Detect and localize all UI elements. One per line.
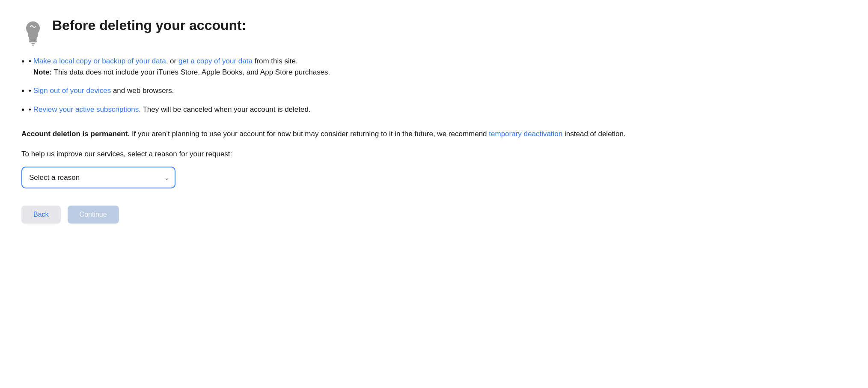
svg-rect-4 [32, 45, 34, 46]
bullet-marker-2: • [29, 85, 33, 96]
review-subscriptions-link[interactable]: Review your active subscriptions. [33, 105, 141, 113]
permanent-text2: instead of deletion. [565, 130, 626, 138]
page-title: Before deleting your account: [52, 17, 246, 33]
sign-out-link[interactable]: Sign out of your devices [33, 87, 111, 95]
list-item-2: • Sign out of your devices and web brows… [21, 85, 663, 96]
continue-button[interactable]: Continue [68, 206, 119, 224]
bullet-list: • Make a local copy or backup of your da… [21, 56, 663, 115]
get-copy-link[interactable]: get a copy of your data [178, 57, 253, 65]
list-item-3-content: Review your active subscriptions. They w… [33, 104, 311, 115]
list-item-2-content: Sign out of your devices and web browser… [33, 85, 174, 96]
buttons-section: Back Continue [21, 206, 663, 224]
header-section: Before deleting your account: [21, 17, 663, 44]
reason-select[interactable]: Select a reason I use this service too m… [21, 167, 175, 188]
list-item-1-suffix: from this site. [255, 57, 298, 65]
select-wrapper: Select a reason I use this service too m… [21, 167, 175, 188]
note-bold: Note: [33, 68, 52, 76]
bullet-marker-3: • [29, 104, 33, 115]
temporary-deactivation-link[interactable]: temporary deactivation [489, 130, 562, 138]
note-text: This data does not include your iTunes S… [54, 68, 330, 76]
page-container: Before deleting your account: • Make a l… [21, 17, 663, 224]
list-item-1: • Make a local copy or backup of your da… [21, 56, 663, 78]
list-item-2-suffix: and web browsers. [113, 87, 174, 95]
svg-rect-2 [29, 40, 37, 42]
svg-rect-3 [31, 43, 35, 44]
permanent-bold: Account deletion is permanent. [21, 130, 130, 138]
list-item-3: • Review your active subscriptions. They… [21, 104, 663, 115]
make-local-copy-link[interactable]: Make a local copy or backup of your data [33, 57, 166, 65]
list-item-3-suffix: They will be canceled when your account … [143, 105, 310, 113]
bullet-marker-1: • [29, 56, 33, 67]
lightbulb-icon [21, 18, 45, 44]
permanent-section: Account deletion is permanent. If you ar… [21, 128, 663, 140]
improve-section: To help us improve our services, select … [21, 148, 663, 160]
permanent-text1: If you aren’t planning to use your accou… [132, 130, 489, 138]
list-item-1-content: Make a local copy or backup of your data… [33, 56, 330, 78]
svg-rect-1 [29, 38, 37, 40]
back-button[interactable]: Back [21, 206, 61, 224]
